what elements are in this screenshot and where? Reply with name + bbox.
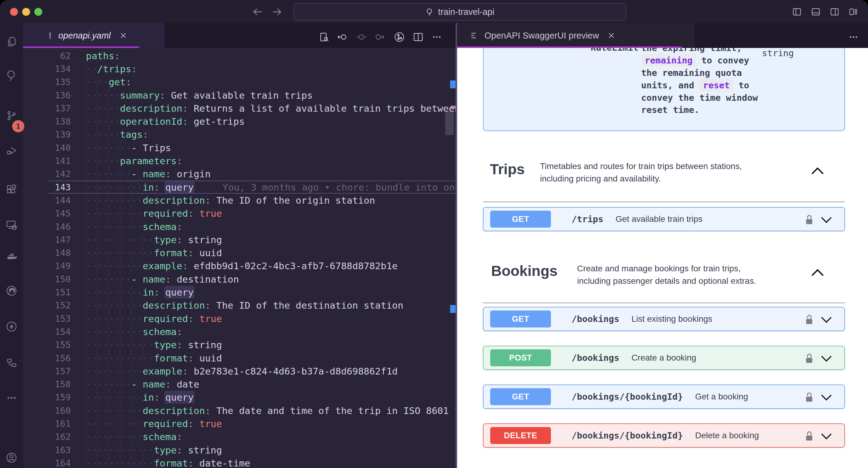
toggle-secondary-sidebar-icon[interactable] xyxy=(830,7,839,18)
expand-operation-icon[interactable] xyxy=(820,316,832,324)
code-line-163[interactable]: 163············type: string xyxy=(23,443,456,457)
code-line-148[interactable]: 148············format: uuid xyxy=(23,246,456,260)
tab-swagger-preview[interactable]: OpenAPI SwaggerUI preview xyxy=(457,23,694,48)
expand-operation-icon[interactable] xyxy=(820,355,832,363)
line-number[interactable]: 142 xyxy=(23,169,71,179)
line-number[interactable]: 137 xyxy=(23,103,71,113)
expand-operation-icon[interactable] xyxy=(820,394,832,402)
operation-row-get-/bookings/{bookingId}[interactable]: GET/bookings/{bookingId}Get a booking xyxy=(483,385,845,409)
customize-layout-icon[interactable] xyxy=(848,7,858,18)
line-number[interactable]: 139 xyxy=(23,129,71,140)
line-number[interactable]: 150 xyxy=(23,274,71,285)
code-line-154[interactable]: 154··········schema: xyxy=(23,325,456,338)
code-line-146[interactable]: 146··········schema: xyxy=(23,220,456,233)
line-number[interactable]: 161 xyxy=(23,419,71,429)
github-icon[interactable] xyxy=(5,285,18,297)
navigate-back-icon[interactable] xyxy=(252,6,263,17)
line-number[interactable]: 160 xyxy=(23,405,71,416)
docker-icon[interactable] xyxy=(5,251,18,263)
code-editor[interactable]: 62paths:134··/trips:135····get:136······… xyxy=(23,48,456,468)
code-line-153[interactable]: 153··········required: true xyxy=(23,312,456,325)
line-number[interactable]: 152 xyxy=(23,300,71,310)
operation-row-post-/bookings[interactable]: POST/bookingsCreate a booking xyxy=(483,346,845,370)
auth-lock-icon[interactable] xyxy=(804,430,814,442)
line-number[interactable]: 135 xyxy=(23,77,71,87)
auth-lock-icon[interactable] xyxy=(804,353,814,365)
code-line-142[interactable]: 142········- name: origin xyxy=(23,168,456,180)
line-number[interactable]: 149 xyxy=(23,261,71,271)
code-line-144[interactable]: 144··········description: The ID of the … xyxy=(23,194,456,207)
toggle-panel-icon[interactable] xyxy=(811,7,820,18)
line-number[interactable]: 156 xyxy=(23,353,71,363)
code-line-152[interactable]: 152··········description: The ID of the … xyxy=(23,299,456,312)
change-marker-icon[interactable] xyxy=(356,32,367,42)
line-number[interactable]: 147 xyxy=(23,235,71,245)
code-line-135[interactable]: 135····get: xyxy=(23,75,456,89)
search-sidebar-icon[interactable] xyxy=(5,69,18,81)
tab-openapi-yaml[interactable]: ! openapi.yaml xyxy=(23,23,165,48)
account-icon[interactable] xyxy=(5,452,18,464)
close-icon[interactable] xyxy=(607,31,616,40)
run-debug-icon[interactable] xyxy=(5,144,18,157)
close-icon[interactable] xyxy=(119,31,128,40)
operation-row-delete-/bookings/{bookingId}[interactable]: DELETE/bookings/{bookingId}Delete a book… xyxy=(483,423,845,448)
code-line-137[interactable]: 137······description: Returns a list of … xyxy=(23,102,456,115)
more-actions-icon[interactable] xyxy=(431,32,442,42)
code-line-160[interactable]: 160··········description: The date and t… xyxy=(23,404,456,417)
line-number[interactable]: 154 xyxy=(23,327,71,337)
line-number[interactable]: 153 xyxy=(23,313,71,324)
code-line-164[interactable]: 164············format: date-time xyxy=(23,457,456,468)
api-tree-icon[interactable] xyxy=(394,32,405,42)
zoom-window-button[interactable] xyxy=(34,8,42,16)
code-line-147[interactable]: 147············type: string xyxy=(23,233,456,246)
code-line-140[interactable]: 140········- Trips xyxy=(23,141,456,154)
line-number[interactable]: 148 xyxy=(23,248,71,258)
code-line-157[interactable]: 157··········example: b2e783e1-c824-4d63… xyxy=(23,365,456,377)
next-change-icon[interactable] xyxy=(374,32,385,42)
flow-diagram-icon[interactable] xyxy=(5,357,18,369)
operation-row-get-/bookings[interactable]: GET/bookingsList existing bookings xyxy=(483,307,845,331)
line-number[interactable]: 144 xyxy=(23,195,71,205)
line-number[interactable]: 151 xyxy=(23,287,71,297)
code-line-150[interactable]: 150········- name: destination xyxy=(23,272,456,286)
line-number[interactable]: 158 xyxy=(23,379,71,390)
code-line-136[interactable]: 136······summary: Get available train tr… xyxy=(23,89,456,102)
line-number[interactable]: 141 xyxy=(23,156,71,166)
line-number[interactable]: 159 xyxy=(23,392,71,402)
code-line-145[interactable]: 145··········required: true xyxy=(23,207,456,220)
line-number[interactable]: 157 xyxy=(23,366,71,376)
auth-lock-icon[interactable] xyxy=(804,392,814,404)
collapse-section-icon[interactable] xyxy=(811,268,824,278)
line-number[interactable]: 134 xyxy=(23,64,71,74)
code-line-155[interactable]: 155············type: string xyxy=(23,338,456,352)
line-number[interactable]: 143 xyxy=(23,182,71,193)
code-line-151[interactable]: 151··········in: query xyxy=(23,286,456,299)
line-number[interactable]: 163 xyxy=(23,445,71,455)
line-number[interactable]: 155 xyxy=(23,340,71,350)
code-line-141[interactable]: 141······parameters: xyxy=(23,154,456,167)
expand-operation-icon[interactable] xyxy=(820,433,832,440)
code-line-143[interactable]: 143··········in: queryYou, 3 months ago … xyxy=(23,180,456,194)
code-line-158[interactable]: 158········- name: date xyxy=(23,378,456,391)
section-title-bookings[interactable]: Bookings xyxy=(491,263,558,279)
toggle-primary-sidebar-icon[interactable] xyxy=(792,7,802,18)
explorer-icon[interactable] xyxy=(5,36,18,48)
line-number[interactable]: 136 xyxy=(23,90,71,100)
minimize-window-button[interactable] xyxy=(22,8,30,16)
code-line-162[interactable]: 162··········schema: xyxy=(23,430,456,443)
more-views-icon[interactable] xyxy=(5,392,18,404)
auth-lock-icon[interactable] xyxy=(804,314,814,326)
close-window-button[interactable] xyxy=(10,8,18,16)
source-control-icon[interactable] xyxy=(5,109,18,122)
code-line-138[interactable]: 138······operationId: get-trips xyxy=(23,115,456,128)
line-number[interactable]: 62 xyxy=(23,51,71,61)
line-number[interactable]: 138 xyxy=(23,116,71,127)
more-actions-icon[interactable] xyxy=(848,32,859,42)
thunder-client-icon[interactable] xyxy=(5,321,18,333)
code-line-139[interactable]: 139······tags: xyxy=(23,128,456,141)
remote-explorer-icon[interactable] xyxy=(5,219,18,231)
line-number[interactable]: 162 xyxy=(23,432,71,442)
section-title-trips[interactable]: Trips xyxy=(490,161,525,177)
code-line-159[interactable]: 159··········in: query xyxy=(23,391,456,404)
line-number[interactable]: 145 xyxy=(23,208,71,219)
